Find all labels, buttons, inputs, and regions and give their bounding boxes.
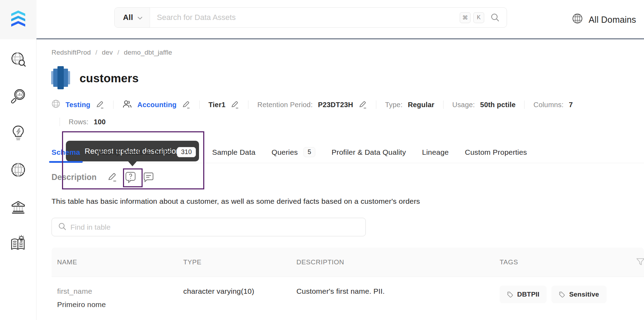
table-row: first_name Primeiro nome character varyi… bbox=[52, 277, 644, 320]
column-display-name: Primeiro nome bbox=[57, 300, 178, 309]
tab-profiler[interactable]: Profiler & Data Quality bbox=[331, 141, 406, 163]
search-icon bbox=[58, 222, 67, 232]
search-scope-select[interactable]: All bbox=[115, 8, 150, 27]
sidebar-item-govern[interactable] bbox=[9, 199, 27, 216]
tab-label: Schema bbox=[52, 148, 80, 156]
entity-tabs: Schema Activity Feeds & Tasks 310 Sample… bbox=[52, 141, 644, 163]
left-sidebar bbox=[0, 0, 36, 320]
redshift-table-icon bbox=[51, 66, 70, 91]
domains-switcher-label: All Domains bbox=[589, 15, 636, 25]
tag-icon bbox=[508, 292, 513, 297]
columns-value: 7 bbox=[569, 101, 573, 109]
find-in-table-input[interactable] bbox=[70, 223, 359, 231]
breadcrumb-database[interactable]: dev bbox=[102, 49, 113, 56]
divider bbox=[248, 100, 248, 109]
request-description-icon[interactable] bbox=[125, 172, 136, 183]
breadcrumb-separator: / bbox=[117, 49, 119, 56]
tab-label: Queries bbox=[272, 148, 298, 156]
breadcrumb-service[interactable]: RedshiftProd bbox=[52, 49, 91, 56]
columns-label: Columns: bbox=[533, 101, 563, 109]
explore-globe-search-icon bbox=[10, 51, 27, 69]
edit-domain-pencil-icon[interactable] bbox=[96, 100, 104, 109]
type-value: Regular bbox=[408, 101, 434, 109]
divider bbox=[113, 100, 114, 109]
rows-label: Rows: bbox=[69, 118, 89, 126]
cell-type: character varying(10) bbox=[178, 277, 291, 295]
app-window: All ⌘ K All Domains RedshiftProd / bbox=[0, 0, 644, 320]
schema-table-header: NAME TYPE DESCRIPTION TAGS bbox=[52, 248, 644, 277]
tag-chip[interactable]: DBTPII bbox=[500, 286, 547, 303]
search-scope-label: All bbox=[123, 13, 133, 22]
tag-label: Sensitive bbox=[569, 291, 599, 298]
chevron-down-icon bbox=[137, 13, 143, 22]
schema-table: NAME TYPE DESCRIPTION TAGS first_name Pr… bbox=[52, 248, 644, 320]
sidebar-item-glossary[interactable] bbox=[9, 236, 27, 252]
description-heading: Description bbox=[52, 173, 97, 182]
tab-schema[interactable]: Schema bbox=[52, 141, 80, 163]
tier-label: Tier1 bbox=[208, 101, 225, 109]
column-name[interactable]: first_name bbox=[57, 287, 178, 295]
tab-lineage[interactable]: Lineage bbox=[422, 141, 449, 163]
comments-icon[interactable] bbox=[143, 172, 154, 182]
breadcrumb: RedshiftProd / dev / demo_dbt_jaffle bbox=[52, 49, 172, 56]
owner-team-icon bbox=[122, 99, 132, 110]
tab-sample-data[interactable]: Sample Data bbox=[212, 141, 255, 163]
type-label: Type: bbox=[385, 101, 403, 109]
breadcrumb-separator: / bbox=[95, 49, 97, 56]
edit-tier-pencil-icon[interactable] bbox=[231, 100, 239, 109]
global-search-bar: All ⌘ K bbox=[114, 7, 507, 28]
divider bbox=[443, 100, 444, 109]
entity-meta-bar: Testing Accounting Tier1 bbox=[52, 99, 640, 110]
retention-label: Retention Period: bbox=[257, 101, 313, 109]
kbd-k-key: K bbox=[473, 12, 484, 23]
tab-custom-properties[interactable]: Custom Properties bbox=[465, 141, 527, 163]
globe-icon bbox=[572, 13, 583, 26]
filter-icon[interactable] bbox=[636, 257, 644, 269]
tag-chip[interactable]: Sensitive bbox=[551, 286, 606, 303]
tab-label: Lineage bbox=[422, 148, 449, 156]
usage-value: 50th pctile bbox=[480, 101, 515, 109]
app-logo[interactable] bbox=[0, 0, 36, 39]
tab-queries[interactable]: Queries 5 bbox=[272, 141, 315, 163]
layers-logo-icon bbox=[9, 9, 27, 30]
domains-switcher[interactable]: All Domains bbox=[572, 0, 636, 39]
sidebar-item-domains[interactable] bbox=[9, 162, 27, 179]
divider bbox=[199, 100, 200, 109]
govern-bank-icon bbox=[10, 198, 27, 216]
column-header-type: TYPE bbox=[178, 258, 291, 266]
column-header-name: NAME bbox=[52, 258, 178, 266]
entity-header: customers bbox=[51, 66, 139, 91]
tab-label: Profiler & Data Quality bbox=[331, 148, 406, 156]
owner-link[interactable]: Accounting bbox=[137, 101, 177, 109]
column-header-description: DESCRIPTION bbox=[291, 258, 494, 266]
tab-label: Custom Properties bbox=[465, 148, 527, 156]
description-text: This table has basic information about a… bbox=[52, 197, 598, 206]
insights-lightbulb-icon bbox=[10, 125, 26, 143]
cell-name: first_name Primeiro nome bbox=[52, 277, 178, 309]
tag-label: DBTPII bbox=[517, 291, 539, 298]
description-header: Description bbox=[52, 172, 159, 183]
edit-owner-pencil-icon[interactable] bbox=[182, 100, 191, 109]
breadcrumb-schema[interactable]: demo_dbt_jaffle bbox=[124, 49, 172, 56]
tab-count-badge: 310 bbox=[177, 147, 196, 157]
cell-tags: DBTPII Sensitive bbox=[494, 277, 644, 303]
kbd-cmd-key: ⌘ bbox=[460, 12, 471, 23]
search-input[interactable] bbox=[150, 8, 460, 27]
domains-globe-icon bbox=[10, 161, 27, 180]
tooltip-arrow bbox=[128, 161, 137, 166]
find-in-table bbox=[52, 218, 366, 236]
rows-value: 100 bbox=[94, 118, 106, 126]
divider bbox=[376, 100, 376, 109]
entity-meta-bar-line2: Rows: 100 bbox=[56, 117, 106, 127]
sidebar-item-observability[interactable] bbox=[9, 89, 27, 105]
sidebar-item-explore[interactable] bbox=[9, 52, 27, 69]
edit-retention-pencil-icon[interactable] bbox=[358, 100, 367, 109]
search-icon[interactable] bbox=[491, 13, 500, 22]
edit-description-pencil-icon[interactable] bbox=[107, 172, 117, 182]
tab-activity-feeds[interactable]: Activity Feeds & Tasks 310 bbox=[96, 141, 196, 163]
glossary-book-icon bbox=[9, 235, 27, 253]
retention-value: P23DT23H bbox=[318, 101, 353, 109]
column-header-tags: TAGS bbox=[494, 258, 644, 266]
sidebar-item-insights[interactable] bbox=[9, 125, 27, 142]
domain-link[interactable]: Testing bbox=[66, 101, 90, 109]
